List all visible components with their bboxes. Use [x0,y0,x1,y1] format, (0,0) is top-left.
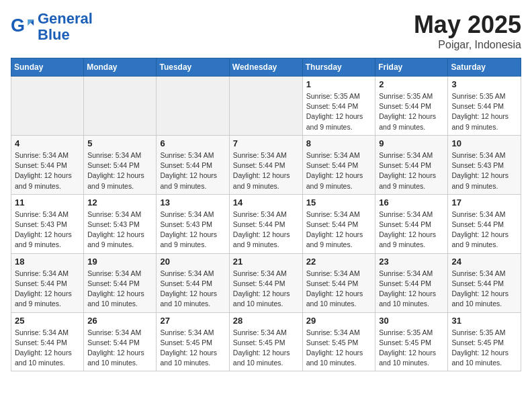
calendar-cell: 24Sunrise: 5:34 AMSunset: 5:44 PMDayligh… [448,253,521,312]
calendar-cell: 11Sunrise: 5:34 AMSunset: 5:43 PMDayligh… [11,194,84,253]
day-info: Sunrise: 5:34 AMSunset: 5:44 PMDaylight:… [379,150,444,191]
day-number: 26 [87,316,152,326]
day-info: Sunrise: 5:34 AMSunset: 5:44 PMDaylight:… [160,269,225,310]
day-info: Sunrise: 5:34 AMSunset: 5:43 PMDaylight:… [160,210,225,250]
day-number: 10 [451,138,517,148]
logo-icon: G [11,15,35,39]
logo-line1: General [38,11,93,27]
calendar-cell: 5Sunrise: 5:34 AMSunset: 5:44 PMDaylight… [84,135,157,194]
day-number: 2 [379,79,444,89]
day-number: 31 [451,316,517,326]
calendar-cell: 16Sunrise: 5:34 AMSunset: 5:44 PMDayligh… [375,194,448,253]
day-number: 7 [233,138,299,148]
day-info: Sunrise: 5:34 AMSunset: 5:44 PMDaylight:… [233,210,299,250]
day-number: 20 [160,257,225,267]
calendar-cell: 28Sunrise: 5:34 AMSunset: 5:45 PMDayligh… [229,312,302,371]
calendar-cell: 18Sunrise: 5:34 AMSunset: 5:44 PMDayligh… [11,253,84,312]
calendar-header: SundayMondayTuesdayWednesdayThursdayFrid… [11,58,521,77]
calendar-cell: 8Sunrise: 5:34 AMSunset: 5:44 PMDaylight… [302,135,375,194]
day-info: Sunrise: 5:34 AMSunset: 5:44 PMDaylight:… [87,150,152,191]
day-number: 16 [379,197,444,208]
weekday-tuesday: Tuesday [157,58,229,77]
day-number: 19 [87,257,152,267]
calendar-cell: 3Sunrise: 5:35 AMSunset: 5:44 PMDaylight… [448,77,521,136]
day-number: 21 [233,257,299,267]
day-number: 15 [306,197,372,208]
day-info: Sunrise: 5:34 AMSunset: 5:43 PMDaylight:… [15,210,80,250]
logo-line2: Blue [38,27,93,43]
weekday-saturday: Saturday [448,58,521,77]
day-number: 12 [87,197,152,208]
title-block: May 2025 Poigar, Indonesia [414,11,521,51]
day-info: Sunrise: 5:34 AMSunset: 5:44 PMDaylight:… [87,269,152,310]
calendar-week-2: 4Sunrise: 5:34 AMSunset: 5:44 PMDaylight… [11,135,521,194]
calendar-cell: 19Sunrise: 5:34 AMSunset: 5:44 PMDayligh… [84,253,157,312]
logo: G General Blue [11,11,93,43]
day-number: 22 [306,257,372,267]
day-info: Sunrise: 5:34 AMSunset: 5:44 PMDaylight:… [379,269,444,310]
calendar-cell: 9Sunrise: 5:34 AMSunset: 5:44 PMDaylight… [375,135,448,194]
day-number: 24 [451,257,517,267]
day-info: Sunrise: 5:34 AMSunset: 5:44 PMDaylight:… [15,269,80,310]
month-title: May 2025 [414,11,521,39]
day-number: 23 [379,257,444,267]
day-info: Sunrise: 5:34 AMSunset: 5:44 PMDaylight:… [451,210,517,250]
day-number: 18 [15,257,80,267]
day-info: Sunrise: 5:34 AMSunset: 5:44 PMDaylight:… [306,150,372,191]
location: Poigar, Indonesia [414,39,521,51]
day-info: Sunrise: 5:34 AMSunset: 5:43 PMDaylight:… [451,150,517,191]
day-number: 17 [451,197,517,208]
calendar-cell: 27Sunrise: 5:34 AMSunset: 5:45 PMDayligh… [157,312,229,371]
calendar-table: SundayMondayTuesdayWednesdayThursdayFrid… [11,58,521,371]
day-info: Sunrise: 5:34 AMSunset: 5:44 PMDaylight:… [15,328,80,369]
day-info: Sunrise: 5:35 AMSunset: 5:44 PMDaylight:… [451,91,517,132]
calendar-week-3: 11Sunrise: 5:34 AMSunset: 5:43 PMDayligh… [11,194,521,253]
day-info: Sunrise: 5:35 AMSunset: 5:45 PMDaylight:… [451,328,517,369]
weekday-header-row: SundayMondayTuesdayWednesdayThursdayFrid… [11,58,521,77]
calendar-cell: 12Sunrise: 5:34 AMSunset: 5:43 PMDayligh… [84,194,157,253]
calendar-cell: 15Sunrise: 5:34 AMSunset: 5:44 PMDayligh… [302,194,375,253]
calendar-cell [157,77,229,136]
day-info: Sunrise: 5:34 AMSunset: 5:45 PMDaylight:… [233,328,299,369]
day-number: 27 [160,316,225,326]
calendar-cell: 10Sunrise: 5:34 AMSunset: 5:43 PMDayligh… [448,135,521,194]
calendar-cell: 25Sunrise: 5:34 AMSunset: 5:44 PMDayligh… [11,312,84,371]
calendar-cell: 23Sunrise: 5:34 AMSunset: 5:44 PMDayligh… [375,253,448,312]
calendar-cell: 17Sunrise: 5:34 AMSunset: 5:44 PMDayligh… [448,194,521,253]
day-number: 6 [160,138,225,148]
calendar-cell: 1Sunrise: 5:35 AMSunset: 5:44 PMDaylight… [302,77,375,136]
calendar-week-1: 1Sunrise: 5:35 AMSunset: 5:44 PMDaylight… [11,77,521,136]
calendar-cell: 31Sunrise: 5:35 AMSunset: 5:45 PMDayligh… [448,312,521,371]
day-number: 8 [306,138,372,148]
weekday-wednesday: Wednesday [229,58,302,77]
calendar-week-5: 25Sunrise: 5:34 AMSunset: 5:44 PMDayligh… [11,312,521,371]
day-number: 29 [306,316,372,326]
calendar-week-4: 18Sunrise: 5:34 AMSunset: 5:44 PMDayligh… [11,253,521,312]
day-info: Sunrise: 5:34 AMSunset: 5:44 PMDaylight:… [233,269,299,310]
day-number: 5 [87,138,152,148]
day-number: 14 [233,197,299,208]
calendar-cell: 26Sunrise: 5:34 AMSunset: 5:44 PMDayligh… [84,312,157,371]
weekday-monday: Monday [84,58,157,77]
day-info: Sunrise: 5:34 AMSunset: 5:44 PMDaylight:… [379,210,444,250]
day-number: 28 [233,316,299,326]
day-info: Sunrise: 5:34 AMSunset: 5:45 PMDaylight:… [160,328,225,369]
day-number: 25 [15,316,80,326]
calendar-cell: 21Sunrise: 5:34 AMSunset: 5:44 PMDayligh… [229,253,302,312]
calendar-cell: 6Sunrise: 5:34 AMSunset: 5:44 PMDaylight… [157,135,229,194]
calendar-cell [11,77,84,136]
weekday-thursday: Thursday [302,58,375,77]
day-number: 1 [306,79,372,89]
svg-text:G: G [11,15,25,36]
calendar-cell: 14Sunrise: 5:34 AMSunset: 5:44 PMDayligh… [229,194,302,253]
calendar-cell: 2Sunrise: 5:35 AMSunset: 5:44 PMDaylight… [375,77,448,136]
calendar-cell: 29Sunrise: 5:34 AMSunset: 5:45 PMDayligh… [302,312,375,371]
day-info: Sunrise: 5:34 AMSunset: 5:44 PMDaylight:… [87,328,152,369]
calendar-cell: 20Sunrise: 5:34 AMSunset: 5:44 PMDayligh… [157,253,229,312]
day-info: Sunrise: 5:34 AMSunset: 5:44 PMDaylight:… [306,269,372,310]
day-number: 30 [379,316,444,326]
day-info: Sunrise: 5:34 AMSunset: 5:44 PMDaylight:… [233,150,299,191]
day-info: Sunrise: 5:34 AMSunset: 5:44 PMDaylight:… [15,150,80,191]
weekday-sunday: Sunday [11,58,84,77]
calendar-cell: 22Sunrise: 5:34 AMSunset: 5:44 PMDayligh… [302,253,375,312]
